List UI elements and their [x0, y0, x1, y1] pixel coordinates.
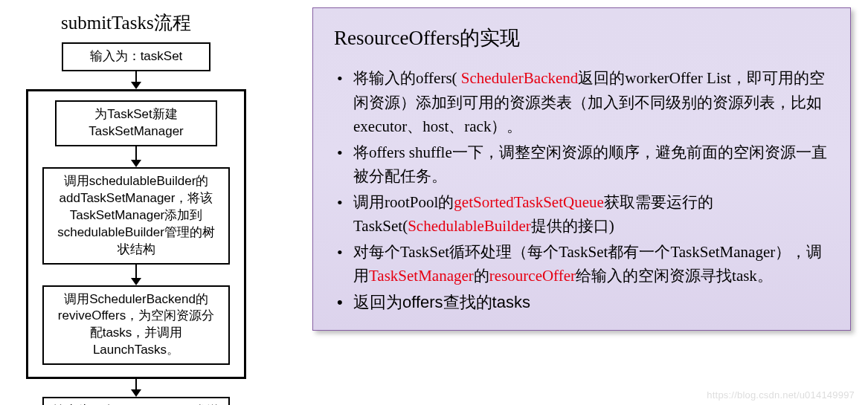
text: 将输入的offers(: [353, 69, 457, 87]
flow-input: 输入为：taskSet: [62, 42, 210, 71]
flow-step3: 调用SchedulerBackend的reviveOffers，为空闲资源分配t…: [42, 285, 230, 366]
text: 调用rootPool的: [353, 193, 454, 211]
text: 返回为offers查找的tasks: [353, 293, 530, 311]
bullet-item: 将输入的offers( SchedulerBackend返回的workerOff…: [334, 66, 829, 139]
bullet-list: 将输入的offers( SchedulerBackend返回的workerOff…: [334, 66, 829, 315]
arrow-icon: [131, 379, 141, 397]
arrow-icon: [131, 146, 141, 167]
flow-step2: 调用schedulableBuilder的addTaskSetManager，将…: [42, 167, 230, 265]
arrow-icon: [131, 71, 141, 89]
watermark: https://blog.csdn.net/u014149997: [707, 389, 855, 401]
panel-title: ResourceOffers的实现: [334, 25, 829, 51]
bullet-item: 返回为offers查找的tasks: [334, 290, 829, 315]
bullet-item: 调用rootPool的getSortedTaskSetQueue获取需要运行的T…: [334, 190, 829, 239]
flow-group: 为TaskSet新建 TaskSetManager 调用schedulableB…: [26, 89, 246, 379]
text: 将offers shuffle一下，调整空闲资源的顺序，避免前面的空闲资源一直被…: [353, 143, 827, 186]
text: 给输入的空闲资源寻找task。: [576, 267, 773, 285]
bullet-item: 将offers shuffle一下，调整空闲资源的顺序，避免前面的空闲资源一直被…: [334, 140, 829, 189]
text: 提供的接口): [531, 217, 614, 235]
flow-output: 输出为：向executorActor发送LaunchTask消息: [42, 397, 230, 405]
flow-step1: 为TaskSet新建 TaskSetManager: [55, 100, 217, 146]
arrow-icon: [131, 265, 141, 285]
text: 的: [474, 267, 489, 285]
page-content: submitTasks流程 输入为：taskSet 为TaskSet新建 Tas…: [13, 13, 855, 405]
bullet-item: 对每个TaskSet循环处理（每个TaskSet都有一个TaskSetManag…: [334, 240, 829, 288]
code-red: TaskSetManager: [369, 267, 474, 285]
code-red: SchedulerBackend: [457, 69, 579, 87]
flowchart: submitTasks流程 输入为：taskSet 为TaskSet新建 Tas…: [13, 10, 259, 405]
code-red: resourceOffer: [489, 267, 576, 285]
code-red: getSortedTaskSetQueue: [454, 193, 603, 211]
code-red: SchedulableBuilder: [408, 217, 531, 235]
resource-offers-panel: ResourceOffers的实现 将输入的offers( SchedulerB…: [312, 7, 851, 331]
flow-title: submitTasks流程: [13, 10, 191, 35]
